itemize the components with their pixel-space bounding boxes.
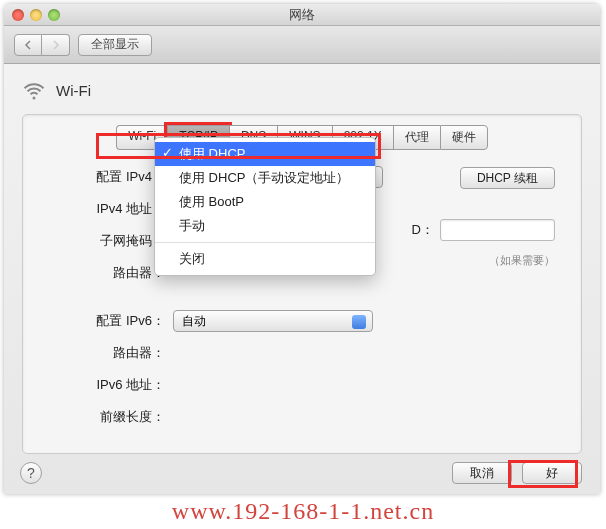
forward-button[interactable] (42, 34, 70, 56)
toolbar: 全部显示 (4, 26, 600, 64)
dropdown-item-dhcp-manual[interactable]: 使用 DHCP（手动设定地址） (155, 166, 375, 190)
watermark: www.192-168-1-1.net.cn (0, 498, 606, 525)
tab-proxy[interactable]: 代理 (393, 125, 440, 150)
titlebar: 网络 (4, 4, 600, 26)
pane-title: Wi-Fi (56, 82, 91, 99)
ipv6-address-label: IPv6 地址： (45, 376, 173, 394)
dropdown-item-off[interactable]: 关闭 (155, 247, 375, 271)
show-all-button[interactable]: 全部显示 (78, 34, 152, 56)
help-button[interactable]: ? (20, 462, 42, 484)
wifi-icon (22, 78, 46, 102)
tab-hardware[interactable]: 硬件 (440, 125, 488, 150)
back-button[interactable] (14, 34, 42, 56)
client-id-hint: （如果需要） (489, 253, 555, 268)
client-id-input[interactable] (440, 219, 555, 241)
client-id-label: D： (412, 221, 434, 239)
prefix-length-label: 前缀长度： (45, 408, 173, 426)
configure-ipv4-dropdown[interactable]: 使用 DHCP 使用 DHCP（手动设定地址） 使用 BootP 手动 关闭 (154, 137, 376, 276)
dhcp-renew-button[interactable]: DHCP 续租 (460, 167, 555, 189)
window-title: 网络 (4, 6, 600, 24)
ipv6-router-label: 路由器： (45, 344, 173, 362)
dropdown-item-manual[interactable]: 手动 (155, 214, 375, 238)
dropdown-item-bootp[interactable]: 使用 BootP (155, 190, 375, 214)
configure-ipv6-select[interactable]: 自动 (173, 310, 373, 332)
cancel-button[interactable]: 取消 (452, 462, 512, 484)
dropdown-separator (155, 242, 375, 243)
dropdown-item-dhcp[interactable]: 使用 DHCP (155, 142, 375, 166)
configure-ipv6-label: 配置 IPv6： (45, 312, 173, 330)
ok-button[interactable]: 好 (522, 462, 582, 484)
